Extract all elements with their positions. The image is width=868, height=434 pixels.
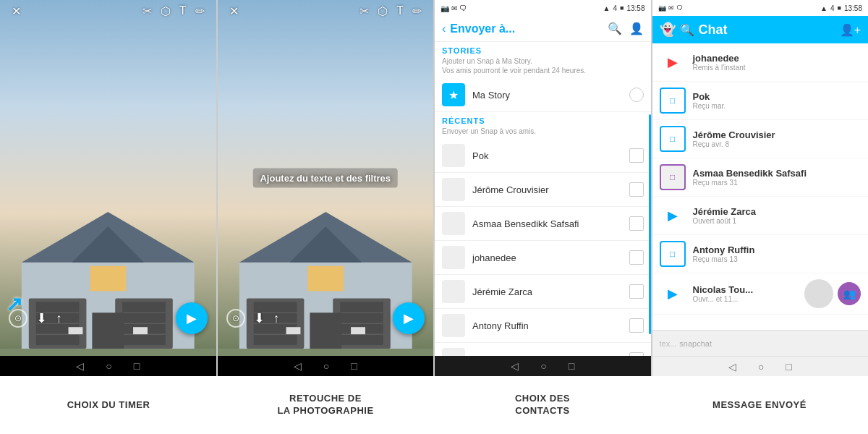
timer-icon-2[interactable]: ⊙ [226,309,245,328]
snapchat-logo: 👻 [660,22,676,38]
share-icon-2[interactable]: ↑ [273,311,280,326]
download-icon-2[interactable]: ⬇ [254,310,265,326]
list-item[interactable]: Jérémie Zarca [435,275,651,309]
list-item[interactable]: Pok [435,139,651,173]
label-cell-4: MESSAGE ENVOYÉ [651,376,868,434]
draw-icon-2[interactable]: ✏ [412,4,422,18]
label-4: MESSAGE ENVOYÉ [712,399,807,412]
ma-story-checkbox[interactable] [629,88,644,102]
list-item[interactable]: Antony Ruffin [435,309,651,343]
nav-square-1[interactable]: □ [134,360,140,372]
share-icon-1[interactable]: ↑ [56,311,62,326]
nav-home-4[interactable]: ○ [758,361,764,373]
list-item[interactable]: johanedee [435,241,651,275]
chat-title: Chat [699,22,840,38]
photo-toolbar-2: ✕ ✂ ⬡ T ✏ [218,0,434,22]
android-nav-3: ◁ ○ □ [435,356,651,376]
scissors-icon-1[interactable]: ✂ [142,4,152,18]
recents-label: RÉCENTS [435,112,651,127]
johanedee-status: Remis à l'instant [693,64,861,72]
snapchat-label: snapchat [679,339,712,348]
antony-checkbox[interactable] [629,318,644,333]
nav-back-2[interactable]: ◁ [294,360,302,372]
crop-icon-2[interactable]: ⬡ [378,4,388,18]
list-item[interactable]: Asmaa Bensedikk Safsafi [435,207,651,241]
labels-row: CHOIX DU TIMER RETOUCHE DE LA PHOTOGRAPH… [0,376,868,434]
status-icons-4: 📷✉🗨 [658,4,683,12]
chat-item-jerome[interactable]: □ Jérôme Crouvisier Reçu avr. 8 [652,120,869,158]
nav-home-1[interactable]: ○ [106,360,111,372]
jeremie-name: Jérémie Zarca [472,286,629,297]
asmaa-avatar-icon: □ [660,164,686,190]
label-2: RETOUCHE DE LA PHOTOGRAPHIE [277,393,373,417]
snap-send-header: ‹ Envoyer à... 🔍 👤 [435,16,651,42]
status-bar-4: 📷✉🗨 ▲4■ 13:58 [652,0,869,16]
ma-story-item[interactable]: ★ Ma Story [435,78,651,112]
pok-info: Pok Reçu mar. [693,91,861,110]
download-icon-1[interactable]: ⬇ [36,310,47,326]
bottom-text: tex... [660,339,677,348]
chat-item-pok[interactable]: □ Pok Reçu mar. [652,82,869,120]
draw-icon-1[interactable]: ✏ [195,4,205,18]
chat-item-johanedee[interactable]: ▶ johanedee Remis à l'instant [652,43,869,82]
jeremie-chat-name: Jérémie Zarca [693,206,861,217]
stories-label: STORIES [435,42,651,56]
asmaa-name: Asmaa Bensedikk Safsafi [472,218,629,229]
asmaa-checkbox[interactable] [629,216,644,231]
chat-search-icon[interactable]: 🔍 [680,23,694,37]
time-3: 13:58 [626,4,644,12]
nicolas-avatar-icon: ▶ [660,281,686,307]
send-button-2[interactable]: ▶ [393,302,425,334]
asmaa-chat-name: Asmaa Bensedikk Safsafi [693,168,861,179]
jerome-avatar [442,178,465,201]
text-icon-2[interactable]: T [396,4,404,18]
nav-back-1[interactable]: ◁ [76,360,84,372]
pok-name: Pok [472,150,629,161]
chat-item-antony[interactable]: □ Antony Ruffin Reçu mars 13 [652,235,869,273]
pok-chat-name: Pok [693,91,861,102]
antony-name: Antony Ruffin [472,320,629,331]
nav-back-4[interactable]: ◁ [728,361,736,373]
scissors-icon-2[interactable]: ✂ [359,4,369,18]
chat-item-jeremie[interactable]: ▶ Jérémie Zarca Ouvert août 1 [652,197,869,235]
johanedee-checkbox[interactable] [629,250,644,265]
close-icon-2[interactable]: ✕ [229,4,239,18]
jerome-name: Jérôme Crouvisier [472,184,629,195]
search-icon-3[interactable]: 🔍 [608,22,622,35]
ma-story-name: Ma Story [472,90,629,101]
nav-home-3[interactable]: ○ [540,360,546,372]
nicolas-chat-name: Nicolas Tou... [693,284,801,295]
list-item[interactable]: Jérôme Crouvisier [435,173,651,207]
jeremie-checkbox[interactable] [629,284,644,299]
jerome-chat-name: Jérôme Crouvisier [693,129,861,140]
send-button-1[interactable]: ▶ [176,302,208,334]
nav-square-4[interactable]: □ [786,361,791,373]
close-icon-1[interactable]: ✕ [12,4,21,18]
pok-avatar-icon: □ [660,88,686,114]
nav-square-3[interactable]: □ [569,360,574,372]
chat-item-nicolas[interactable]: ▶ Nicolas Tou... Ouvr... et 11... 👥 [652,273,869,315]
jerome-checkbox[interactable] [629,182,644,197]
jerome-avatar-icon: □ [660,126,686,152]
add-friend-icon[interactable]: 👤 [629,22,644,35]
pok-checkbox[interactable] [629,148,644,163]
jeremie-info: Jérémie Zarca Ouvert août 1 [693,206,861,225]
status-bar-3: 📷✉🗨 ▲4■ 13:58 [435,0,651,16]
nav-square-2[interactable]: □ [351,360,357,372]
text-overlay-2: Ajoutez du texte et des filtres [252,169,398,188]
nav-home-2[interactable]: ○ [323,360,329,372]
text-icon-1[interactable]: T [179,4,187,18]
time-4: 13:58 [844,4,862,12]
status-icons-3: 📷✉🗨 [441,4,467,12]
nicolas-avatar [442,348,465,356]
timer-arrow: ↗ [6,292,22,316]
android-nav-2: ◁ ○ □ [218,356,434,376]
nicolas-checkbox[interactable] [629,352,644,356]
nav-back-3[interactable]: ◁ [511,360,519,372]
list-item[interactable]: Nicolas Toussaert [435,343,651,356]
svg-rect-18 [0,349,216,356]
back-button-3[interactable]: ‹ [442,22,446,35]
chat-add-icon[interactable]: 👤+ [840,23,861,37]
crop-icon-1[interactable]: ⬡ [161,4,171,18]
chat-item-asmaa[interactable]: □ Asmaa Bensedikk Safsafi Reçu mars 31 [652,158,869,197]
